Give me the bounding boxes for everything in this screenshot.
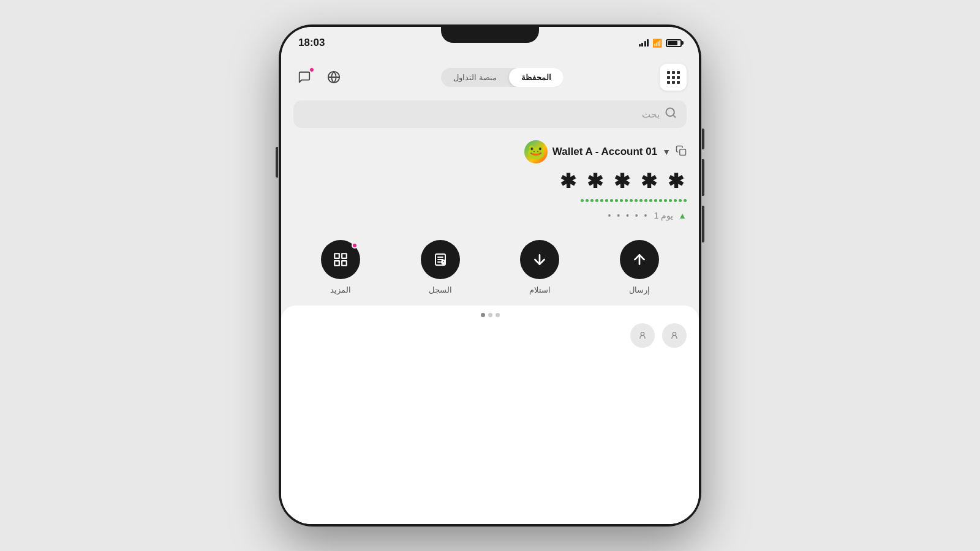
phone-frame: 18:03 📶	[279, 24, 701, 527]
account-dropdown-arrow[interactable]: ▼	[662, 147, 671, 157]
svg-point-18	[641, 332, 644, 335]
recent-transaction-row: • • • • • یوم 1 ▲	[281, 206, 699, 223]
svg-line-3	[673, 115, 676, 118]
battery-icon	[666, 39, 682, 47]
recent-tx-masked: • • • • •	[608, 211, 649, 220]
more-label: المزيد	[330, 285, 351, 294]
globe-icon[interactable]	[323, 66, 345, 88]
volume-down-button	[702, 206, 704, 242]
tab-trading[interactable]: منصة التداول	[441, 68, 509, 87]
action-more-wrap: المزيد	[321, 240, 360, 294]
bottom-icon-1[interactable]	[630, 323, 655, 348]
pagination-dot-1	[481, 313, 485, 317]
balance-area: ✱ ✱ ✱ ✱ ✱	[281, 167, 699, 195]
volume-up-button	[702, 159, 704, 196]
notification-dot	[309, 67, 314, 72]
pagination-dots	[481, 313, 500, 317]
log-label: السجل	[429, 285, 452, 294]
send-label: إرسال	[629, 285, 650, 294]
chat-icon[interactable]	[293, 66, 315, 88]
action-receive-wrap: استلام	[520, 240, 559, 294]
bottom-card	[281, 305, 699, 524]
copy-icon[interactable]	[676, 145, 687, 159]
send-button[interactable]	[620, 240, 659, 279]
account-name: Wallet A - Account 01	[552, 146, 657, 158]
top-navigation: منصة التداول المحفظة	[281, 59, 699, 96]
bottom-icon-2[interactable]	[662, 323, 687, 348]
receive-button[interactable]	[520, 240, 559, 279]
status-time: 18:03	[298, 37, 325, 49]
action-buttons-row: المزيد السجل	[281, 228, 699, 301]
receive-label: استلام	[529, 285, 551, 294]
green-dots-container	[581, 199, 687, 202]
grid-menu-button[interactable]	[660, 64, 687, 91]
pagination-dot-2	[488, 313, 492, 317]
svg-rect-8	[342, 261, 347, 266]
action-log-wrap: السجل	[421, 240, 460, 294]
recent-tx-label: یوم 1	[654, 211, 673, 220]
balance-masked: ✱ ✱ ✱ ✱ ✱	[560, 170, 687, 193]
battery-fill	[668, 41, 677, 45]
more-notification-dot	[352, 242, 358, 249]
phone-notch	[441, 24, 539, 43]
tab-wallet[interactable]: المحفظة	[509, 68, 564, 87]
pagination-dot-3	[496, 313, 500, 317]
svg-rect-6	[342, 253, 347, 258]
volume-button	[276, 147, 278, 178]
account-avatar: 🐸	[524, 140, 548, 163]
account-row: 🐸 Wallet A - Account 01 ▼	[281, 133, 699, 167]
phone-screen: 18:03 📶	[281, 27, 699, 524]
app-content: منصة التداول المحفظة	[281, 54, 699, 524]
action-send-wrap: إرسال	[620, 240, 659, 294]
grid-dots-icon	[667, 71, 679, 83]
svg-rect-4	[680, 149, 686, 155]
svg-point-19	[673, 332, 676, 335]
power-button	[702, 129, 704, 149]
svg-rect-5	[335, 253, 340, 258]
green-progress-dots	[281, 195, 699, 206]
recent-tx-trend: ▲	[678, 211, 687, 220]
svg-rect-7	[335, 261, 340, 266]
bottom-icons	[288, 323, 692, 348]
nav-left-icons	[293, 66, 345, 88]
more-button[interactable]	[321, 240, 360, 279]
signal-icon	[639, 39, 649, 47]
wifi-icon: 📶	[652, 39, 662, 48]
search-placeholder: بحث	[642, 109, 660, 120]
status-icons: 📶	[639, 39, 682, 48]
svg-point-15	[443, 262, 443, 263]
search-bar[interactable]: بحث	[293, 100, 687, 128]
log-button[interactable]	[421, 240, 460, 279]
tab-switcher: منصة التداول المحفظة	[441, 68, 564, 87]
search-icon	[665, 107, 677, 122]
